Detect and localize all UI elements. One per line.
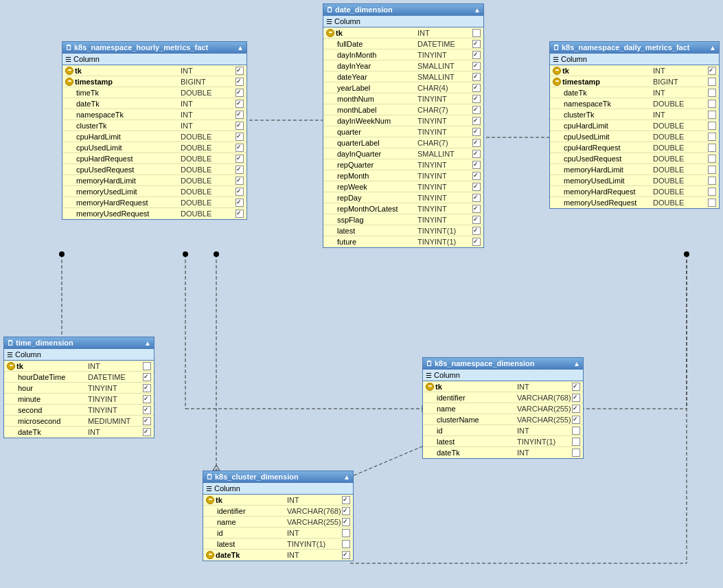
table-name-cluster-dim: k8s_cluster_dimension <box>215 473 299 481</box>
checkbox[interactable] <box>342 496 350 504</box>
table-header-time: 🗒 time_dimension ▲ <box>4 337 154 348</box>
table-row: tk INT <box>4 361 154 372</box>
checkbox[interactable] <box>472 84 481 92</box>
checkbox[interactable] <box>472 172 481 180</box>
checkbox[interactable] <box>342 540 350 548</box>
checkbox[interactable] <box>143 395 151 403</box>
checkbox[interactable] <box>472 161 481 169</box>
expand-icon-cluster-dim[interactable]: ▲ <box>343 473 350 481</box>
table-date-dimension[interactable]: 🗒 date_dimension ▲ ☰ Column tk INT fullD… <box>323 3 484 248</box>
checkbox[interactable] <box>236 188 244 196</box>
checkbox[interactable] <box>708 177 716 185</box>
checkbox[interactable] <box>342 551 350 559</box>
checkbox[interactable] <box>236 166 244 174</box>
checkbox[interactable] <box>143 373 151 381</box>
checkbox[interactable] <box>472 216 481 224</box>
checkbox[interactable] <box>472 238 481 246</box>
checkbox[interactable] <box>143 428 151 436</box>
table-row: monthNum TINYINT <box>323 93 483 104</box>
checkbox[interactable] <box>236 67 244 75</box>
checkbox[interactable] <box>572 383 580 391</box>
checkbox[interactable] <box>472 194 481 202</box>
checkbox[interactable] <box>236 111 244 119</box>
col-header-daily: ☰ Column <box>550 53 719 65</box>
table-row: memoryUsedRequest DOUBLE <box>62 208 246 219</box>
checkbox[interactable] <box>143 406 151 414</box>
checkbox[interactable] <box>708 67 716 75</box>
checkbox[interactable] <box>472 128 481 136</box>
checkbox[interactable] <box>472 62 481 70</box>
pk-icon <box>426 383 434 391</box>
table-k8s-namespace-daily-metrics-fact[interactable]: 🗒 k8s_namespace_daily_metrics_fact ▲ ☰ C… <box>549 41 720 209</box>
checkbox[interactable] <box>143 362 151 370</box>
checkbox[interactable] <box>472 95 481 103</box>
checkbox[interactable] <box>572 449 580 457</box>
expand-icon-time[interactable]: ▲ <box>144 339 151 347</box>
checkbox[interactable] <box>236 100 244 108</box>
checkbox[interactable] <box>708 199 716 207</box>
expand-icon-daily[interactable]: ▲ <box>709 44 716 52</box>
table-icon-hourly: 🗒 <box>65 44 72 52</box>
table-time-dimension[interactable]: 🗒 time_dimension ▲ ☰ Column tk INT hourD… <box>3 337 154 438</box>
table-row: name VARCHAR(255) <box>203 517 353 528</box>
table-icon-cluster-dim: 🗒 <box>206 473 213 481</box>
checkbox[interactable] <box>472 117 481 125</box>
table-k8s-cluster-dimension[interactable]: 🗒 k8s_cluster_dimension ▲ ☰ Column tk IN… <box>203 471 354 561</box>
checkbox[interactable] <box>572 438 580 446</box>
table-name-date: date_dimension <box>335 5 393 14</box>
checkbox[interactable] <box>708 144 716 152</box>
checkbox[interactable] <box>472 29 481 37</box>
table-k8s-namespace-dimension[interactable]: 🗒 k8s_namespace_dimension ▲ ☰ Column tk … <box>422 357 584 459</box>
checkbox[interactable] <box>143 384 151 392</box>
checkbox[interactable] <box>708 100 716 108</box>
checkbox[interactable] <box>342 529 350 537</box>
checkbox[interactable] <box>472 227 481 235</box>
checkbox[interactable] <box>236 155 244 163</box>
checkbox[interactable] <box>472 139 481 147</box>
checkbox[interactable] <box>572 394 580 402</box>
checkbox[interactable] <box>708 166 716 174</box>
checkbox[interactable] <box>708 133 716 141</box>
table-header-hourly: 🗒 k8s_namespace_hourly_metrics_fact ▲ <box>62 42 246 53</box>
expand-icon-date[interactable]: ▲ <box>474 6 481 14</box>
checkbox[interactable] <box>472 106 481 114</box>
checkbox[interactable] <box>572 405 580 413</box>
checkbox[interactable] <box>236 210 244 218</box>
table-row: namespaceTk INT <box>62 109 246 120</box>
table-row: tk INT <box>550 65 719 76</box>
checkbox[interactable] <box>708 155 716 163</box>
checkbox[interactable] <box>472 183 481 191</box>
checkbox[interactable] <box>236 199 244 207</box>
checkbox[interactable] <box>472 40 481 48</box>
checkbox[interactable] <box>708 78 716 86</box>
checkbox[interactable] <box>572 427 580 435</box>
checkbox[interactable] <box>236 78 244 86</box>
checkbox[interactable] <box>708 188 716 196</box>
table-row: tk INT <box>62 65 246 76</box>
checkbox[interactable] <box>472 205 481 213</box>
table-row: name VARCHAR(255) <box>423 403 583 414</box>
table-row: repMonthOrLatest TINYINT <box>323 203 483 214</box>
checkbox[interactable] <box>708 111 716 119</box>
checkbox[interactable] <box>143 417 151 425</box>
checkbox[interactable] <box>472 73 481 81</box>
checkbox[interactable] <box>708 89 716 97</box>
checkbox[interactable] <box>342 507 350 515</box>
table-row: dateTk INT <box>203 550 353 561</box>
table-row: dayInMonth TINYINT <box>323 49 483 60</box>
checkbox[interactable] <box>236 177 244 185</box>
table-row: dateTk INT <box>62 98 246 109</box>
checkbox[interactable] <box>572 416 580 424</box>
checkbox[interactable] <box>708 122 716 130</box>
table-row: dayInYear SMALLINT <box>323 60 483 71</box>
checkbox[interactable] <box>236 122 244 130</box>
checkbox[interactable] <box>342 518 350 526</box>
checkbox[interactable] <box>472 51 481 59</box>
checkbox[interactable] <box>472 150 481 158</box>
checkbox[interactable] <box>236 144 244 152</box>
expand-icon-namespace-dim[interactable]: ▲ <box>573 360 580 368</box>
checkbox[interactable] <box>236 133 244 141</box>
table-k8s-namespace-hourly-metrics-fact[interactable]: 🗒 k8s_namespace_hourly_metrics_fact ▲ ☰ … <box>62 41 247 220</box>
checkbox[interactable] <box>236 89 244 97</box>
expand-icon-hourly[interactable]: ▲ <box>237 44 244 52</box>
